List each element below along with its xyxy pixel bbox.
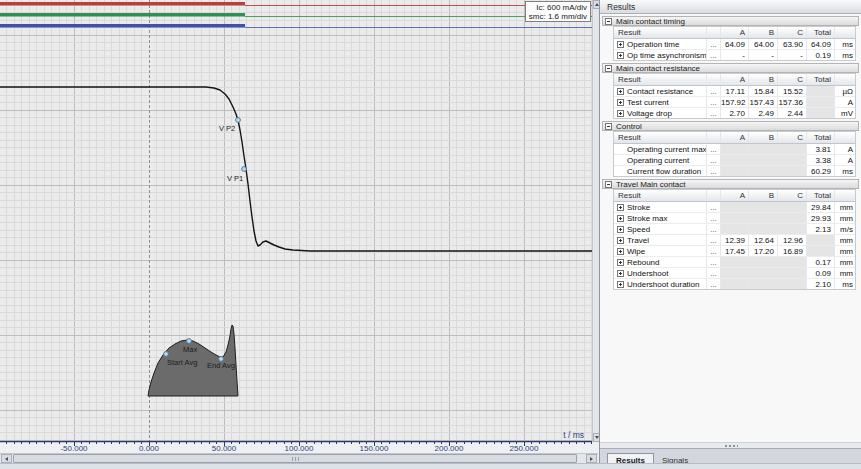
- result-row[interactable]: Speed...2.13m/s: [614, 224, 855, 235]
- column-header[interactable]: [834, 74, 855, 85]
- column-header[interactable]: B: [748, 190, 777, 201]
- results-table: ResultABCTotalStroke...29.84mmStroke max…: [613, 189, 856, 290]
- column-header[interactable]: B: [748, 74, 777, 85]
- detail-dots-button[interactable]: ...: [706, 213, 720, 223]
- column-header[interactable]: [834, 190, 855, 201]
- expand-icon[interactable]: [617, 99, 624, 106]
- detail-dots-button[interactable]: ...: [706, 108, 720, 118]
- detail-dots-button[interactable]: ...: [706, 268, 720, 278]
- section-header[interactable]: Control: [602, 121, 859, 131]
- result-row[interactable]: Operating current...3.38A: [614, 155, 855, 166]
- column-header[interactable]: C: [777, 27, 806, 38]
- detail-dots-button[interactable]: ...: [706, 257, 720, 267]
- detail-dots-button[interactable]: ...: [706, 155, 720, 165]
- unit-cell: m/s: [834, 224, 855, 234]
- detail-dots-button[interactable]: ...: [706, 39, 720, 49]
- scroll-right-button[interactable]: [586, 454, 597, 463]
- expand-icon[interactable]: [617, 248, 624, 255]
- plot-vertical-scrollbar[interactable]: [592, 0, 599, 442]
- column-header[interactable]: C: [777, 190, 806, 201]
- column-header[interactable]: A: [720, 27, 748, 38]
- column-header[interactable]: B: [748, 27, 777, 38]
- detail-dots-button[interactable]: ...: [706, 224, 720, 234]
- column-header[interactable]: A: [720, 190, 748, 201]
- column-header[interactable]: C: [777, 74, 806, 85]
- expand-icon[interactable]: [617, 41, 624, 48]
- collapse-icon[interactable]: [605, 181, 612, 188]
- column-header[interactable]: [834, 27, 855, 38]
- expand-icon[interactable]: [617, 237, 624, 244]
- column-header[interactable]: [706, 74, 720, 85]
- column-header[interactable]: Result: [614, 132, 706, 143]
- phase-a-contact-bar[interactable]: [0, 2, 245, 6]
- scroll-left-button[interactable]: [1, 454, 12, 463]
- measure-point-marker[interactable]: [187, 339, 192, 344]
- expand-icon[interactable]: [617, 215, 624, 222]
- result-row[interactable]: Undershoot...0.09mm: [614, 268, 855, 279]
- result-row[interactable]: Stroke max...29.93mm: [614, 213, 855, 224]
- detail-dots-button[interactable]: ...: [706, 166, 720, 176]
- column-header[interactable]: Result: [614, 190, 706, 201]
- column-header[interactable]: [706, 190, 720, 201]
- result-row[interactable]: Operating current max...3.81A: [614, 144, 855, 155]
- expand-icon[interactable]: [617, 259, 624, 266]
- phase-b-contact-bar[interactable]: [0, 13, 245, 17]
- measure-point-marker[interactable]: [242, 167, 247, 172]
- expand-icon[interactable]: [617, 204, 624, 211]
- section-header[interactable]: Main contact timing: [602, 16, 859, 26]
- detail-dots-button[interactable]: ...: [706, 97, 720, 107]
- result-row[interactable]: Test current...157.92157.43157.36A: [614, 97, 855, 108]
- result-row[interactable]: Undershoot duration...2.10ms: [614, 279, 855, 289]
- result-row[interactable]: Operation time...64.0964.0063.9064.09ms: [614, 39, 855, 50]
- expand-icon[interactable]: [617, 88, 624, 95]
- column-header[interactable]: A: [720, 74, 748, 85]
- detail-dots-button[interactable]: ...: [706, 279, 720, 289]
- waveform-plot[interactable]: V P2V P1MaxStart AvgEnd Avg-50.0000.0005…: [0, 0, 599, 453]
- column-header[interactable]: [834, 132, 855, 143]
- result-row[interactable]: Rebound...0.17mm: [614, 257, 855, 268]
- column-header[interactable]: C: [777, 132, 806, 143]
- column-header[interactable]: A: [720, 132, 748, 143]
- column-header[interactable]: Total: [806, 132, 834, 143]
- column-header[interactable]: Total: [806, 190, 834, 201]
- detail-dots-button[interactable]: ...: [706, 202, 720, 212]
- plot-horizontal-scrollbar[interactable]: [0, 453, 598, 463]
- result-row[interactable]: Contact resistance...17.1115.8415.52µΩ: [614, 86, 855, 97]
- expand-icon[interactable]: [617, 281, 624, 288]
- result-row[interactable]: Stroke...29.84mm: [614, 202, 855, 213]
- column-header[interactable]: Result: [614, 74, 706, 85]
- expand-icon[interactable]: [617, 226, 624, 233]
- measure-point-marker[interactable]: [236, 118, 241, 123]
- horizontal-scroll-thumb[interactable]: [13, 454, 577, 463]
- column-header[interactable]: Total: [806, 74, 834, 85]
- detail-dots-button[interactable]: ...: [706, 235, 720, 245]
- column-header[interactable]: [706, 132, 720, 143]
- result-name-cell: Wipe: [614, 246, 706, 256]
- column-header[interactable]: Total: [806, 27, 834, 38]
- expand-icon[interactable]: [617, 52, 624, 59]
- detail-dots-button[interactable]: ...: [706, 144, 720, 154]
- value-cell-b: [748, 268, 777, 278]
- result-row[interactable]: Wipe...17.4517.2016.89mm: [614, 246, 855, 257]
- measure-point-marker[interactable]: [164, 352, 169, 357]
- detail-dots-button[interactable]: ...: [706, 50, 720, 60]
- column-header[interactable]: [706, 27, 720, 38]
- detail-dots-button[interactable]: ...: [706, 86, 720, 96]
- collapse-icon[interactable]: [605, 123, 612, 130]
- measure-point-label: V P2: [219, 124, 235, 133]
- section-header[interactable]: Travel Main contact: [602, 179, 859, 189]
- column-header[interactable]: B: [748, 132, 777, 143]
- section-header[interactable]: Main contact resistance: [602, 63, 859, 73]
- column-header[interactable]: Result: [614, 27, 706, 38]
- result-name: Travel: [627, 236, 649, 245]
- result-row[interactable]: Current flow duration...60.29ms: [614, 166, 855, 176]
- detail-dots-button[interactable]: ...: [706, 246, 720, 256]
- expand-icon[interactable]: [617, 110, 624, 117]
- collapse-icon[interactable]: [605, 18, 612, 25]
- result-row[interactable]: Op time asynchronism...---0.19ms: [614, 50, 855, 60]
- result-row[interactable]: Voltage drop...2.702.492.44mV: [614, 108, 855, 118]
- expand-icon[interactable]: [617, 270, 624, 277]
- collapse-icon[interactable]: [605, 65, 612, 72]
- result-row[interactable]: Travel...12.3912.6412.96mm: [614, 235, 855, 246]
- phase-c-contact-bar[interactable]: [0, 24, 245, 28]
